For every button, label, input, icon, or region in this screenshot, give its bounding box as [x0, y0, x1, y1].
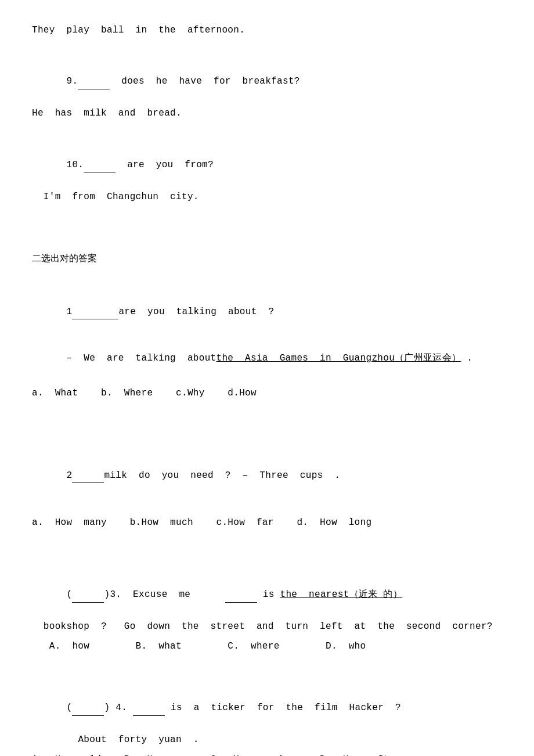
q1-blank [72, 304, 118, 320]
q3-line2: bookshop ? Go down the street and turn l… [32, 620, 502, 635]
q2-label: 2 [67, 470, 73, 481]
q2-options: a. How many b.How much c.How far d. How … [32, 516, 502, 531]
section2-title: 二选出对的答案 [32, 252, 502, 267]
q4-line1: ( ) 4. is a ticker for the film Hacker ? [32, 685, 502, 730]
q3-line1: ( )3. Excuse me is the nearest（近来 的） [32, 572, 502, 617]
gap7 [32, 432, 502, 453]
q3-paren-right: ) [104, 589, 110, 600]
q4-label: 4. [116, 703, 127, 713]
gap9 [32, 541, 502, 561]
gap6 [32, 411, 502, 432]
q10-label: 10. [67, 160, 84, 170]
q3-intro: Excuse me [121, 589, 190, 600]
q9-line: 9. does he have for breakfast? [32, 59, 502, 105]
q4-paren-blank [72, 700, 104, 716]
q2-line: 2 milk do you need ? – Three cups . [32, 453, 502, 498]
gap2 [32, 132, 502, 142]
q9-answer: He has milk and bread. [32, 106, 502, 121]
q1-options: a. What b. Where c.Why d.How [32, 386, 502, 401]
q10-line: 10. are you from? [32, 142, 502, 188]
q9-label: 9. [67, 76, 78, 87]
gap4 [32, 236, 502, 246]
q4-text: is a ticker for the film Hacker ? [171, 703, 401, 713]
q4-blank [133, 700, 165, 716]
question-1-section: 1 are you talking about ? – We are talki… [32, 289, 502, 401]
q10-blank [84, 157, 116, 173]
worksheet-content: They play ball in the afternoon. 9. does… [32, 23, 502, 756]
q4-answer: About forty yuan . [32, 733, 502, 748]
gap12 [32, 675, 502, 685]
q3-paren-left: ( [67, 589, 73, 600]
q3-label: 3. [110, 589, 121, 600]
q10-answer: I'm from Changchun city. [32, 190, 502, 205]
q4-paren-left: ( [67, 703, 73, 713]
question-4-section: ( ) 4. is a ticker for the film Hacker ?… [32, 685, 502, 756]
q3-blank [225, 587, 257, 603]
q1-answer-prefix: – We are talking about [67, 353, 217, 363]
gap11 [32, 664, 502, 675]
gap5 [32, 279, 502, 289]
q10-text: are you from? [116, 160, 214, 170]
q1-answer-line: – We are talking aboutthe Asia Games in … [32, 337, 502, 381]
q9-text: does he have for breakfast? [110, 76, 300, 87]
q9-blank [78, 74, 110, 89]
gap1 [32, 49, 502, 59]
q1-answer-suffix: . [461, 353, 472, 363]
q2-text: milk do you need ? – Three cups . [104, 470, 340, 481]
q1-text: are you talking about ? [118, 307, 274, 317]
q1-line: 1 are you talking about ? [32, 289, 502, 334]
gap3 [32, 215, 502, 236]
question-2-section: 2 milk do you need ? – Three cups . a. H… [32, 453, 502, 530]
q1-answer-underline: the Asia Games in Guangzhou（广州亚运会） [217, 353, 461, 363]
question-10-section: 10. are you from? I'm from Changchun cit… [32, 142, 502, 204]
q2-blank [72, 468, 104, 484]
q4-paren-right: ) [104, 703, 110, 713]
q4-options: A. How old B. How many C. How much D. Ho… [32, 753, 502, 756]
q3-paren-blank [72, 587, 104, 603]
q3-options: A. how B. what C. where D. who [32, 639, 502, 654]
q3-text-underline: the nearest（近来 的） [280, 589, 403, 600]
intro-line: They play ball in the afternoon. [32, 23, 502, 38]
gap10 [32, 561, 502, 572]
gap8 [32, 501, 502, 511]
question-3-section: ( )3. Excuse me is the nearest（近来 的） boo… [32, 572, 502, 654]
q3-text-pre: is [263, 589, 275, 600]
q1-label: 1 [67, 307, 73, 317]
question-9-section: 9. does he have for breakfast? He has mi… [32, 59, 502, 121]
intro-section: They play ball in the afternoon. [32, 23, 502, 38]
